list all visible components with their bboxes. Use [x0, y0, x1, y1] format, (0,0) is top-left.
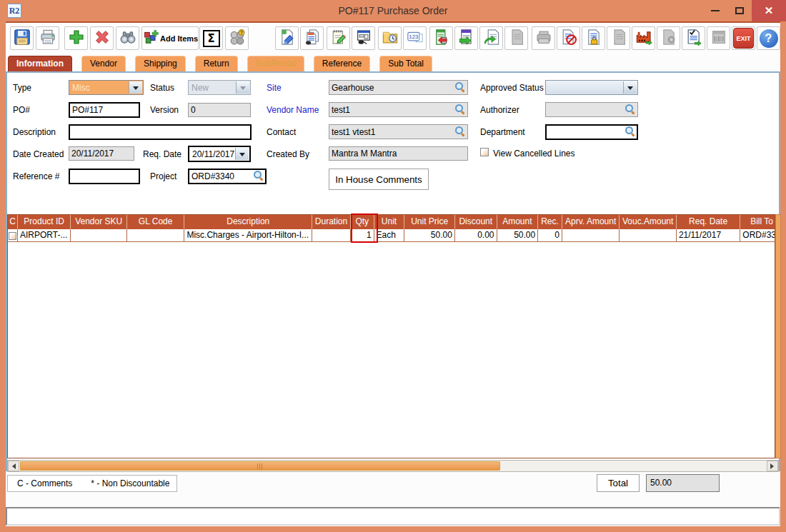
delete-line-button[interactable] [90, 26, 114, 50]
add-items-button[interactable]: Add Items [141, 26, 199, 50]
contact-input[interactable] [329, 124, 468, 139]
col-header-bill-to[interactable]: Bill To [740, 215, 775, 229]
col-header-c[interactable]: C [8, 215, 18, 229]
scrollbar-thumb[interactable] [20, 461, 500, 471]
req-date-combo[interactable]: 20/11/2017 [188, 146, 251, 162]
search-icon[interactable] [625, 104, 635, 114]
row-qty[interactable]: 1 [351, 229, 374, 242]
search-icon[interactable] [254, 171, 264, 181]
close-button[interactable]: ✕ [752, 0, 786, 21]
maximize-button[interactable] [729, 0, 750, 21]
help-button[interactable]: ? [757, 26, 780, 50]
row-aprv-amount[interactable] [562, 229, 620, 242]
chevron-down-icon[interactable] [129, 81, 142, 94]
print-button[interactable] [36, 26, 59, 50]
row-vendor-sku[interactable] [71, 229, 126, 242]
notes-button[interactable] [327, 26, 350, 50]
row-gl-code[interactable] [127, 229, 184, 242]
col-header-description[interactable]: Description [184, 215, 312, 229]
export-invoice-button[interactable] [454, 26, 478, 50]
table-row[interactable]: AIRPORT-... Misc.Charges - Airport-Hilto… [8, 229, 775, 242]
row-rec[interactable]: 0 [538, 229, 562, 242]
authorizer-lookup[interactable] [545, 102, 638, 117]
col-header-duration[interactable]: Duration [312, 215, 351, 229]
lock-po-button[interactable] [582, 26, 605, 50]
department-lookup[interactable] [545, 124, 638, 140]
po-number-input[interactable] [69, 102, 140, 118]
minimize-button[interactable] [705, 0, 726, 21]
row-product-id[interactable]: AIRPORT-... [18, 229, 71, 242]
send-to-vendor-button[interactable] [632, 26, 655, 50]
col-header-aprv-amount[interactable]: Aprv. Amount [562, 215, 620, 229]
site-input[interactable] [329, 80, 468, 95]
row-comment-checkbox[interactable] [9, 232, 16, 240]
receive-invoice-button[interactable] [429, 26, 453, 50]
edit-quote-button[interactable] [275, 26, 299, 50]
row-duration[interactable] [312, 229, 351, 242]
col-header-qty[interactable]: Qty [351, 215, 374, 229]
row-req-date[interactable]: 21/11/2017 [677, 229, 740, 242]
reference-number-input[interactable] [69, 169, 140, 184]
approve-po-button[interactable] [682, 26, 705, 50]
description-input[interactable] [69, 124, 252, 140]
col-header-product-id[interactable]: Product ID [18, 215, 71, 229]
row-amount[interactable]: 50.00 [497, 229, 539, 242]
search-icon[interactable] [625, 126, 635, 136]
contact-lookup[interactable] [329, 124, 468, 139]
col-header-req-date[interactable]: Req. Date [677, 215, 740, 229]
tab-shipping[interactable]: Shipping [135, 56, 186, 71]
tab-subtotal[interactable]: Sub Total [379, 56, 432, 71]
tab-return[interactable]: Return [195, 56, 238, 71]
spare-parts-button[interactable]: ? [225, 26, 249, 50]
row-unit[interactable]: Each [374, 229, 405, 242]
col-header-unit[interactable]: Unit [374, 215, 405, 229]
col-header-gl-code[interactable]: GL Code [127, 215, 184, 229]
row-description[interactable]: Misc.Charges - Airport-Hilton-I... [184, 229, 312, 242]
col-header-amount[interactable]: Amount [497, 215, 539, 229]
total-button[interactable]: Total [597, 474, 640, 492]
vendor-name-lookup[interactable] [329, 102, 468, 117]
project-lookup[interactable] [188, 169, 267, 184]
chevron-down-icon[interactable] [235, 148, 249, 160]
col-header-unit-price[interactable]: Unit Price [404, 215, 455, 229]
row-unit-price[interactable]: 50.00 [404, 229, 455, 242]
cancel-po-button[interactable] [557, 26, 580, 50]
exit-button[interactable]: EXIT [732, 26, 755, 50]
department-input[interactable] [545, 124, 638, 140]
site-lookup[interactable] [329, 80, 468, 95]
save-button[interactable] [10, 26, 34, 50]
copy-document-button[interactable] [300, 26, 324, 50]
approved-status-combo[interactable] [545, 80, 638, 95]
in-house-comments-button[interactable]: In House Comments [329, 169, 429, 190]
add-line-button[interactable] [64, 26, 88, 50]
row-bill-to[interactable]: ORD#3340 [740, 229, 775, 242]
vendor-name-input[interactable] [329, 102, 468, 117]
tab-vendor[interactable]: Vendor [81, 56, 126, 71]
search-icon[interactable] [455, 82, 465, 92]
col-header-vendor-sku[interactable]: Vendor SKU [71, 215, 126, 229]
col-header-rec[interactable]: Rec. [538, 215, 562, 229]
type-combo[interactable]: Misc [69, 80, 144, 95]
grid-horizontal-scrollbar[interactable] [7, 460, 779, 472]
view-cancelled-lines-checkbox[interactable] [480, 148, 489, 156]
row-discount[interactable]: 0.00 [455, 229, 497, 242]
chevron-down-icon[interactable] [623, 81, 637, 94]
return-document-button[interactable] [479, 26, 503, 50]
col-header-discount[interactable]: Discount [455, 215, 497, 229]
col-header-vouc-amount[interactable]: Vouc.Amount [620, 215, 676, 229]
tab-reference[interactable]: Reference [314, 56, 370, 71]
sum-total-button[interactable]: Σ [199, 26, 223, 50]
find-button[interactable] [116, 26, 139, 50]
row-comment-cell[interactable] [8, 229, 18, 242]
count-sheet-button[interactable]: 123 [403, 26, 427, 50]
grid-vertical-scrollbar[interactable] [775, 214, 781, 458]
history-folder-button[interactable] [378, 26, 402, 50]
scroll-left-arrow-icon[interactable] [8, 461, 19, 471]
open-form-button[interactable] [352, 26, 375, 50]
search-icon[interactable] [455, 104, 465, 114]
scroll-right-arrow-icon[interactable] [767, 461, 778, 471]
authorizer-input[interactable] [545, 102, 638, 117]
search-icon[interactable] [455, 126, 465, 136]
row-vouc-amount[interactable] [620, 229, 676, 242]
tab-information[interactable]: Information [8, 56, 72, 71]
